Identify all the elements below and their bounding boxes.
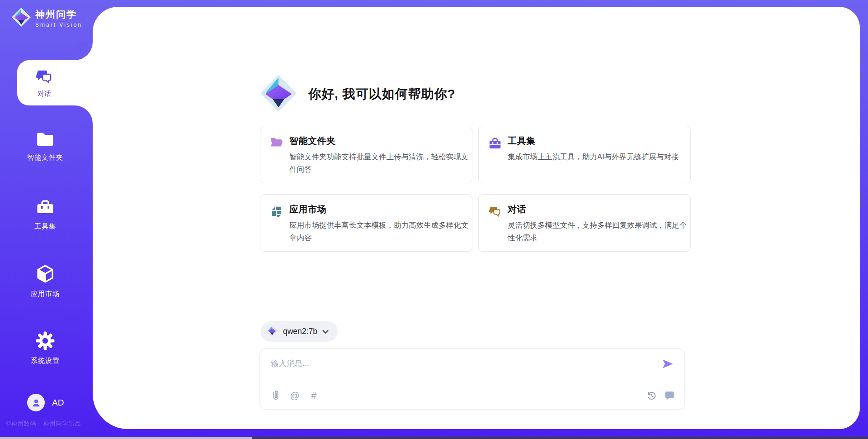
- card-description: 应用市场提供丰富长文本模板，助力高效生成多样化文章内容: [289, 219, 470, 244]
- card-title: 对话: [508, 203, 526, 215]
- composer-divider: [269, 384, 675, 384]
- user-initials: AD: [52, 398, 64, 408]
- card-title: 工具集: [508, 135, 536, 147]
- card-description: 灵活切换多模型文件，支持多样回复效果调试，满足个性化需求: [508, 219, 689, 244]
- greeting: 你好, 我可以如何帮助你?: [259, 73, 456, 115]
- sidebar-item-settings[interactable]: 系统设置: [0, 331, 90, 365]
- scrollbar-thumb[interactable]: [0, 437, 252, 439]
- tab-fillet-top: [75, 42, 93, 60]
- sidebar-item-chat[interactable]: 对话: [17, 60, 71, 105]
- chat-icon: [488, 205, 502, 220]
- model-selector[interactable]: qwen2:7b: [261, 321, 338, 342]
- sidebar-item-app-market[interactable]: 应用市场: [0, 264, 90, 298]
- hashtag-icon[interactable]: #: [308, 389, 320, 402]
- copyright-text: ©神州数码 · 神州问学出品: [6, 420, 81, 428]
- model-name: qwen2:7b: [283, 327, 317, 336]
- gear-icon: [35, 331, 55, 353]
- sidebar-item-label: 系统设置: [31, 357, 60, 365]
- tab-fillet-bottom: [75, 105, 93, 124]
- sidebar-item-label: 应用市场: [31, 290, 60, 298]
- user-profile[interactable]: AD: [27, 394, 64, 411]
- attachment-icon[interactable]: [270, 389, 282, 402]
- send-button[interactable]: [660, 356, 675, 372]
- feature-card-app-market[interactable]: 应用市场 应用市场提供丰富长文本模板，助力高效生成多样化文章内容: [260, 194, 472, 252]
- feature-card-chat[interactable]: 对话 灵活切换多模型文件，支持多样回复效果调试，满足个性化需求: [478, 194, 691, 252]
- message-composer: @ #: [259, 348, 685, 410]
- feature-card-toolset[interactable]: 工具集 集成市场上主流工具，助力AI与外界无缝扩展与对接: [478, 126, 691, 183]
- sidebar-item-toolset[interactable]: 工具集: [0, 198, 90, 231]
- sidebar-item-label: 智能文件夹: [27, 153, 63, 162]
- brand-logo-diamond-icon: [11, 7, 32, 29]
- sidebar-item-label: 对话: [38, 90, 51, 98]
- folder-icon: [36, 131, 55, 149]
- greeting-title: 你好, 我可以如何帮助你?: [308, 86, 456, 103]
- cube-icon: [36, 264, 55, 286]
- sidebar-item-smart-folder[interactable]: 智能文件夹: [0, 131, 90, 162]
- folder-open-icon: [270, 137, 283, 150]
- brand-name: 神州问学: [35, 8, 82, 21]
- mention-icon[interactable]: @: [289, 389, 301, 402]
- horizontal-scrollbar[interactable]: [0, 437, 868, 439]
- card-title: 应用市场: [289, 203, 326, 215]
- brand-subtitle: Smart Vision: [35, 22, 82, 28]
- chat-bubble-icon[interactable]: [664, 389, 675, 402]
- brand: 神州问学 Smart Vision: [11, 7, 82, 29]
- model-logo-diamond-icon: [266, 325, 278, 339]
- greeting-logo-diamond-icon: [259, 73, 298, 115]
- chat-icon: [35, 68, 53, 87]
- grid-3d-icon: [270, 205, 283, 220]
- chevron-down-icon: [322, 328, 329, 336]
- card-description: 智能文件夹功能支持批量文件上传与清洗，轻松实现文件问答: [289, 150, 470, 176]
- card-title: 智能文件夹: [289, 135, 336, 147]
- toolbox-icon: [36, 198, 55, 218]
- message-input[interactable]: [271, 355, 642, 372]
- sidebar-item-label: 工具集: [34, 222, 56, 231]
- history-icon[interactable]: [646, 389, 657, 402]
- avatar: [27, 394, 45, 411]
- feature-card-smart-folder[interactable]: 智能文件夹 智能文件夹功能支持批量文件上传与清洗，轻松实现文件问答: [260, 126, 472, 183]
- card-description: 集成市场上主流工具，助力AI与外界无缝扩展与对接: [508, 150, 689, 163]
- toolbox-icon: [488, 137, 502, 151]
